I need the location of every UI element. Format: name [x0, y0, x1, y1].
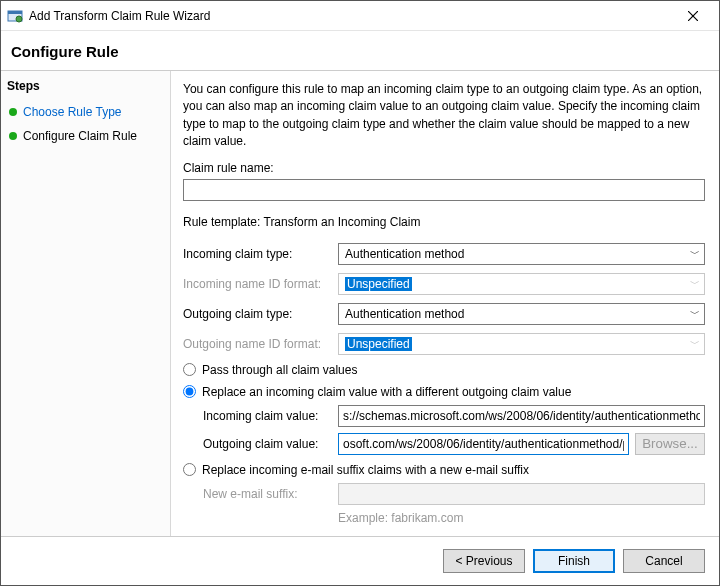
radio-passthrough-input[interactable] — [183, 363, 196, 376]
chevron-down-icon: ﹀ — [690, 337, 700, 351]
chevron-down-icon: ﹀ — [690, 277, 700, 291]
outgoing-claim-value-input[interactable] — [338, 433, 629, 455]
claim-rule-name-label: Claim rule name: — [183, 161, 705, 175]
incoming-claim-value-label: Incoming claim value: — [203, 409, 338, 423]
radio-email-suffix[interactable]: Replace incoming e-mail suffix claims wi… — [183, 463, 705, 477]
step-bullet-icon — [9, 108, 17, 116]
svg-point-2 — [16, 16, 22, 22]
titlebar-text: Add Transform Claim Rule Wizard — [29, 9, 673, 23]
outgoing-claim-type-label: Outgoing claim type: — [183, 307, 338, 321]
rule-template-text: Rule template: Transform an Incoming Cla… — [183, 215, 705, 229]
steps-sidebar: Steps Choose Rule Type Configure Claim R… — [1, 71, 171, 536]
titlebar: Add Transform Claim Rule Wizard — [1, 1, 719, 31]
select-value: Authentication method — [345, 247, 464, 261]
select-value: Authentication method — [345, 307, 464, 321]
outgoing-nameid-label: Outgoing name ID format: — [183, 337, 338, 351]
radio-label: Replace incoming e-mail suffix claims wi… — [202, 463, 529, 477]
previous-button[interactable]: < Previous — [443, 549, 525, 573]
app-icon — [7, 8, 23, 24]
step-label: Choose Rule Type — [23, 105, 122, 119]
radio-label: Replace an incoming claim value with a d… — [202, 385, 571, 399]
close-button[interactable] — [673, 2, 713, 30]
select-value: Unspecified — [345, 277, 412, 291]
wizard-body: Steps Choose Rule Type Configure Claim R… — [1, 70, 719, 537]
chevron-down-icon: ﹀ — [690, 247, 700, 261]
footer: < Previous Finish Cancel — [1, 537, 719, 585]
wizard-window: Add Transform Claim Rule Wizard Configur… — [0, 0, 720, 586]
new-email-suffix-input — [338, 483, 705, 505]
radio-passthrough[interactable]: Pass through all claim values — [183, 363, 705, 377]
incoming-claim-type-select[interactable]: Authentication method ﹀ — [338, 243, 705, 265]
svg-rect-1 — [8, 11, 22, 14]
outgoing-claim-type-select[interactable]: Authentication method ﹀ — [338, 303, 705, 325]
new-email-suffix-label: New e-mail suffix: — [203, 487, 338, 501]
chevron-down-icon: ﹀ — [690, 307, 700, 321]
radio-label: Pass through all claim values — [202, 363, 357, 377]
outgoing-nameid-select: Unspecified ﹀ — [338, 333, 705, 355]
select-value: Unspecified — [345, 337, 412, 351]
finish-button[interactable]: Finish — [533, 549, 615, 573]
outgoing-claim-value-label: Outgoing claim value: — [203, 437, 338, 451]
steps-title: Steps — [7, 79, 164, 93]
step-bullet-icon — [9, 132, 17, 140]
main-panel: You can configure this rule to map an in… — [171, 71, 719, 536]
incoming-nameid-select: Unspecified ﹀ — [338, 273, 705, 295]
description-text: You can configure this rule to map an in… — [183, 81, 705, 151]
incoming-claim-type-label: Incoming claim type: — [183, 247, 338, 261]
radio-replace[interactable]: Replace an incoming claim value with a d… — [183, 385, 705, 399]
radio-email-input[interactable] — [183, 463, 196, 476]
radio-replace-input[interactable] — [183, 385, 196, 398]
example-text: Example: fabrikam.com — [183, 511, 705, 525]
page-header: Configure Rule — [1, 31, 719, 70]
claim-rule-name-input[interactable] — [183, 179, 705, 201]
cancel-button[interactable]: Cancel — [623, 549, 705, 573]
browse-button: Browse... — [635, 433, 705, 455]
page-title: Configure Rule — [11, 43, 709, 60]
incoming-claim-value-input[interactable] — [338, 405, 705, 427]
step-configure-claim-rule[interactable]: Configure Claim Rule — [7, 125, 164, 147]
incoming-nameid-label: Incoming name ID format: — [183, 277, 338, 291]
step-choose-rule-type[interactable]: Choose Rule Type — [7, 101, 164, 123]
step-label: Configure Claim Rule — [23, 129, 137, 143]
